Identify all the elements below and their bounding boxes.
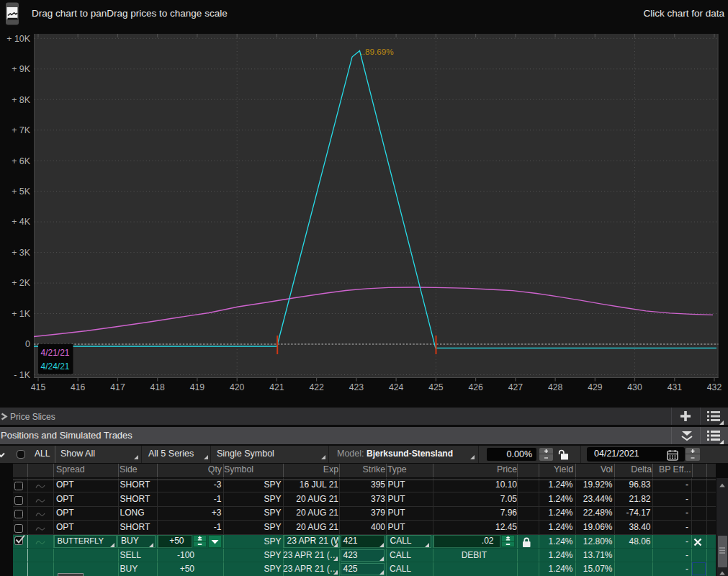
svg-text:421: 421 xyxy=(269,382,284,392)
svg-text:Click chart for data: Click chart for data xyxy=(643,8,724,19)
svg-text:+ 4K: + 4K xyxy=(12,217,31,227)
svg-text:430: 430 xyxy=(627,382,642,392)
svg-text:415: 415 xyxy=(31,382,46,392)
svg-text:424: 424 xyxy=(389,382,404,392)
svg-text:+ 9K: + 9K xyxy=(12,64,31,74)
svg-text:425: 425 xyxy=(428,382,444,392)
svg-text:+ 2K: + 2K xyxy=(12,278,31,288)
svg-text:0: 0 xyxy=(25,339,30,349)
svg-text:432: 432 xyxy=(707,382,722,392)
svg-text:+ 8K: + 8K xyxy=(12,95,31,105)
svg-text:419: 419 xyxy=(190,382,205,392)
svg-text:Drag chart to panDrag prices t: Drag chart to panDrag prices to change s… xyxy=(32,8,228,19)
svg-text:+ 7K: + 7K xyxy=(12,125,31,135)
svg-text:4/24/21: 4/24/21 xyxy=(41,361,70,372)
svg-text:426: 426 xyxy=(468,382,483,392)
svg-text:- 1K: - 1K xyxy=(14,370,30,380)
svg-text:+ 10K: + 10K xyxy=(6,34,30,44)
svg-text:417: 417 xyxy=(110,382,125,392)
svg-text:+ 1K: + 1K xyxy=(12,309,31,319)
svg-text:420: 420 xyxy=(230,382,245,392)
svg-text:+ 6K: + 6K xyxy=(12,156,31,166)
svg-text:+ 3K: + 3K xyxy=(12,248,31,258)
svg-text:427: 427 xyxy=(508,382,523,392)
svg-text:416: 416 xyxy=(71,382,86,392)
svg-text:431: 431 xyxy=(668,382,683,392)
svg-text:..89.69%: ..89.69% xyxy=(361,47,394,56)
svg-text:423: 423 xyxy=(349,382,364,392)
svg-text:418: 418 xyxy=(150,382,166,392)
svg-text:422: 422 xyxy=(309,382,324,392)
svg-text:4/21/21: 4/21/21 xyxy=(41,348,70,358)
svg-text:+ 5K: + 5K xyxy=(12,186,31,197)
svg-text:428: 428 xyxy=(548,382,563,392)
svg-text:429: 429 xyxy=(588,382,603,392)
